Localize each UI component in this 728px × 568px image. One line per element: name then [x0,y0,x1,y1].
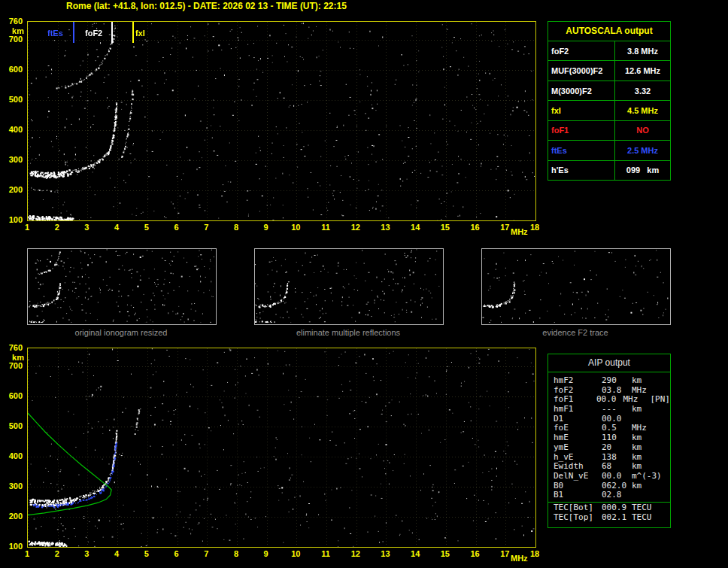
aip-unit: km [632,481,657,491]
x-axis-tick-label: 2 [50,223,65,232]
aip-table-row: DelN_vE00.0m^(-3) [554,472,670,481]
x-axis-tick-label: 7 [199,549,214,558]
aip-name: hmF1 [554,405,602,415]
aip-unit: m^(-3) [632,472,662,481]
aip-val: 290 [602,376,632,386]
aip-table-row: B102.8 [554,491,670,500]
aip-name: hmE [554,433,602,443]
autoscala-value-m3000f2: 3.32 [615,81,670,100]
autoscala-row-fxi: fxI 4.5 MHz [548,101,670,120]
x-axis-tick-label: 18 [527,549,542,558]
y-axis-tick-label: 500 [0,421,23,430]
x-axis-tick-label: 2 [50,549,65,558]
x-axis-tick-label: 4 [109,549,124,558]
y-axis-tick-label: 700 [0,35,23,44]
x-axis-tick-label: 16 [468,549,483,558]
bottom-plot-x-unit-label: MHz [511,554,528,563]
aip-table-row: hmE110km [554,433,670,443]
x-axis-tick-label: 18 [527,223,542,232]
autoscala-row-m3000f2: M(3000)F2 3.32 [548,81,670,101]
aip-tec-rows: TEC[Bot]000.9TECUTEC[Top]002.1TECU [548,503,670,522]
autoscala-app-window: { "header": { "title": "Rome (lat: +41.8… [0,0,728,568]
aip-name: hmF2 [554,376,602,386]
thumbnail-evidence-f2 [481,248,671,325]
x-axis-tick-label: 3 [79,549,94,558]
aip-output-table: AIP output hmF2290kmfoF203.8MHzfoF100.0M… [548,354,671,528]
aip-unit [632,491,657,500]
autoscala-value-fxi: 4.5 MHz [615,101,670,120]
x-axis-tick-label: 5 [139,223,154,232]
thumbnail-multiples-canvas [255,249,441,323]
autoscala-label-ftes: ftEs [548,141,615,159]
aip-extra: [PN] [651,395,671,405]
aip-name: ymE [554,443,602,453]
top-plot-x-axis: 123456789101112131415161718 [27,223,546,233]
y-axis-tick-label: 300 [0,481,23,491]
x-axis-tick-label: 12 [348,549,363,558]
thumbnail-eliminate-multiples [254,248,444,325]
autoscala-label-fof2: foF2 [548,41,615,60]
aip-unit: TECU [632,503,657,513]
y-axis-tick-label: 400 [0,451,23,460]
thumbnail-caption-evidence: evidence F2 trace [481,328,669,337]
x-axis-tick-label: 5 [139,549,154,558]
aip-val: 68 [602,462,632,472]
legend-fof2-label: foF2 [85,29,102,38]
legend-ftes-label: ftEs [47,29,63,38]
bottom-ionogram-plot [27,348,536,548]
autoscala-row-muf3000f2: MUF(3000)F2 12.6 MHz [548,61,670,80]
y-axis-tick-label: 600 [0,391,23,400]
y-axis-tick-label: 500 [0,95,23,104]
x-axis-tick-label: 8 [229,549,244,558]
autoscala-label-m3000f2: M(3000)F2 [548,81,615,100]
x-axis-tick-label: 1 [20,549,35,558]
autoscala-row-ftes: ftEs 2.5 MHz [548,141,670,160]
top-ionogram-canvas [28,22,535,220]
aip-name: B1 [554,491,602,500]
aip-unit: km [632,433,657,443]
thumbnail-original-ionogram [27,248,217,325]
aip-table-row: hmF1---km [554,405,670,415]
bottom-plot-y-unit-label: km [9,353,24,362]
top-plot-x-unit-label: MHz [511,227,528,236]
autoscala-table-title: AUTOSCALA output [548,22,670,41]
autoscala-label-muf3000f2: MUF(3000)F2 [548,61,615,80]
top-plot-y-unit-label: km [9,26,24,35]
x-axis-tick-label: 3 [79,223,94,232]
aip-val: 02.8 [602,491,632,500]
aip-table-body: hmF2290kmfoF203.8MHzfoF100.0MHz[PN]hmF1-… [548,372,670,500]
y-axis-tick-label: 200 [0,185,23,194]
autoscala-label-fof1: foF1 [548,121,615,140]
autoscala-row-hes: h'Es 099 km [548,161,670,180]
y-axis-tick-label: 760 [0,17,23,26]
station-date-time-title: Rome (lat: +41.8, lon: 012.5) - DATE: 20… [66,1,347,11]
x-axis-tick-label: 4 [109,223,124,232]
x-axis-tick-label: 16 [468,223,483,232]
x-axis-tick-label: 9 [259,549,274,558]
autoscala-value-ftes: 2.5 MHz [615,141,670,159]
x-axis-tick-label: 10 [288,549,303,558]
bottom-plot-x-axis: 123456789101112131415161718 [27,549,546,560]
aip-unit: km [632,405,657,415]
x-axis-tick-label: 13 [378,223,393,232]
aip-tec-row: TEC[Bot]000.9TECU [554,503,670,513]
thumbnail-caption-multiples: eliminate multiple reflections [254,328,442,337]
aip-unit: km [632,462,657,472]
aip-val: --- [602,405,632,415]
x-axis-tick-label: 9 [259,223,274,232]
aip-table-row: ymE20km [554,443,670,453]
x-axis-tick-label: 15 [438,549,453,558]
x-axis-tick-label: 1 [20,223,35,232]
aip-tec-row: TEC[Top]002.1TECU [554,513,670,523]
autoscala-value-hes: 099 km [615,161,670,180]
autoscala-value-muf3000f2: 12.6 MHz [615,61,670,80]
aip-name: TEC[Top] [554,513,602,523]
aip-unit: km [632,443,657,453]
thumbnail-original-canvas [28,249,214,323]
y-axis-tick-label: 300 [0,155,23,164]
autoscala-row-fof2: foF2 3.8 MHz [548,41,670,61]
x-axis-tick-label: 8 [229,223,244,232]
thumbnail-caption-original: original ionogram resized [27,328,215,337]
x-axis-tick-label: 14 [408,223,423,232]
y-axis-tick-label: 760 [0,343,23,352]
